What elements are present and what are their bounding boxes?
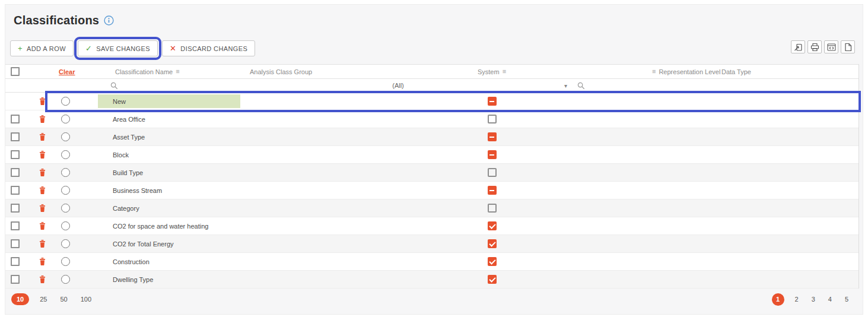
classification-name-cell[interactable]: CO2 for space and water heating bbox=[92, 217, 244, 235]
filter-all-dropdown[interactable]: (All) bbox=[351, 79, 446, 92]
page-1[interactable]: 1 bbox=[772, 293, 784, 306]
row-select-checkbox[interactable] bbox=[11, 132, 20, 141]
classification-name-cell[interactable]: CO2 for Total Energy bbox=[92, 235, 244, 252]
classification-name-cell[interactable]: New bbox=[92, 93, 244, 110]
row-select-checkbox[interactable] bbox=[11, 239, 20, 248]
row-radio-button[interactable] bbox=[61, 168, 70, 177]
row-select-checkbox[interactable] bbox=[11, 186, 20, 195]
page-size-25[interactable]: 25 bbox=[37, 294, 49, 304]
page-size-100[interactable]: 100 bbox=[78, 294, 94, 304]
discard-changes-button[interactable]: ✕ DISCARD CHANGES bbox=[162, 40, 255, 56]
column-header-representation-level[interactable]: ≡ Representation Level bbox=[640, 68, 717, 75]
delete-row-button[interactable] bbox=[39, 186, 46, 194]
system-checkbox[interactable] bbox=[488, 115, 497, 123]
row-radio-button[interactable] bbox=[61, 132, 70, 141]
column-header-data-type[interactable]: Data Type bbox=[717, 68, 783, 75]
analysis-class-group-cell[interactable] bbox=[244, 199, 344, 217]
add-row-button[interactable]: + ADD A ROW bbox=[10, 40, 74, 56]
system-checkbox[interactable] bbox=[488, 257, 497, 266]
system-checkbox[interactable] bbox=[488, 221, 497, 230]
classification-name-cell[interactable]: Category bbox=[92, 199, 244, 217]
header-filter-icon[interactable]: ≡ bbox=[176, 68, 179, 75]
row-select-checkbox[interactable] bbox=[11, 257, 20, 266]
page-5[interactable]: 5 bbox=[842, 294, 851, 304]
save-changes-button[interactable]: ✓ SAVE CHANGES bbox=[78, 40, 158, 56]
header-filter-icon[interactable]: ≡ bbox=[652, 68, 656, 75]
classification-name-cell[interactable]: Block bbox=[92, 146, 244, 163]
system-checkbox[interactable] bbox=[488, 132, 497, 141]
classification-name-cell[interactable]: Asset Type bbox=[92, 128, 244, 145]
page-4[interactable]: 4 bbox=[826, 294, 834, 304]
row-radio-button[interactable] bbox=[61, 239, 70, 248]
document-button[interactable] bbox=[841, 40, 855, 53]
analysis-class-group-cell[interactable] bbox=[244, 253, 344, 270]
row-select-checkbox[interactable] bbox=[11, 168, 20, 177]
delete-row-button[interactable] bbox=[39, 204, 46, 212]
page-size-10[interactable]: 10 bbox=[11, 293, 29, 305]
clear-link[interactable]: Clear bbox=[59, 68, 75, 75]
name-filter-input[interactable] bbox=[110, 79, 118, 92]
row-radio-button[interactable] bbox=[61, 150, 70, 159]
delete-row-button[interactable] bbox=[39, 151, 46, 159]
header-filter-icon[interactable]: ≡ bbox=[503, 68, 506, 75]
row-radio-button[interactable] bbox=[61, 257, 70, 266]
print-button[interactable] bbox=[807, 40, 822, 53]
delete-row-button[interactable] bbox=[39, 97, 46, 105]
dropdown-caret-icon[interactable]: ▾ bbox=[564, 79, 567, 92]
info-icon[interactable] bbox=[104, 15, 114, 26]
column-header-analysis-class-group[interactable]: Analysis Class Group bbox=[244, 68, 344, 75]
code-window-button[interactable] bbox=[824, 40, 838, 53]
row-select-checkbox[interactable] bbox=[11, 204, 20, 213]
row-select-checkbox[interactable] bbox=[11, 150, 20, 159]
row-radio-button[interactable] bbox=[61, 221, 70, 230]
system-checkbox[interactable] bbox=[488, 150, 497, 159]
system-checkbox[interactable] bbox=[488, 275, 497, 284]
row-radio-button[interactable] bbox=[61, 204, 70, 213]
analysis-class-group-cell[interactable] bbox=[244, 217, 344, 235]
classification-name-cell[interactable]: Dwelling Type bbox=[92, 271, 244, 288]
name-box: Asset Type bbox=[98, 130, 240, 144]
row-name: CO2 for Total Energy bbox=[113, 240, 174, 248]
analysis-class-group-cell[interactable] bbox=[244, 271, 344, 288]
system-filter-input[interactable] bbox=[577, 79, 585, 92]
export-button[interactable] bbox=[791, 40, 805, 53]
delete-row-button[interactable] bbox=[39, 240, 46, 248]
classification-name-cell[interactable]: Build Type bbox=[92, 164, 244, 181]
system-checkbox[interactable] bbox=[488, 97, 497, 106]
row-radio-button[interactable] bbox=[61, 115, 70, 123]
system-checkbox[interactable] bbox=[488, 239, 497, 248]
row-radio-button[interactable] bbox=[61, 97, 70, 106]
row-select-checkbox[interactable] bbox=[11, 221, 20, 230]
delete-row-button[interactable] bbox=[39, 275, 46, 283]
page-3[interactable]: 3 bbox=[809, 294, 818, 304]
analysis-class-group-cell[interactable] bbox=[244, 164, 344, 181]
row-radio-button[interactable] bbox=[61, 186, 70, 195]
classification-name-cell[interactable]: Business Stream bbox=[92, 182, 244, 199]
column-header-system[interactable]: System ≡ bbox=[344, 68, 640, 75]
delete-row-button[interactable] bbox=[39, 169, 46, 176]
system-checkbox[interactable] bbox=[488, 186, 497, 195]
page-2[interactable]: 2 bbox=[793, 294, 801, 304]
delete-row-button[interactable] bbox=[39, 115, 46, 123]
row-select-checkbox[interactable] bbox=[11, 275, 20, 284]
classification-name-cell[interactable]: Area Office bbox=[92, 110, 244, 128]
row-radio-button[interactable] bbox=[61, 275, 70, 284]
delete-row-button[interactable] bbox=[39, 133, 46, 141]
x-icon: ✕ bbox=[170, 45, 176, 52]
row-select-checkbox[interactable] bbox=[11, 115, 20, 123]
delete-row-button[interactable] bbox=[39, 258, 46, 265]
analysis-class-group-cell[interactable] bbox=[244, 128, 344, 145]
system-checkbox[interactable] bbox=[488, 204, 497, 213]
system-checkbox[interactable] bbox=[488, 168, 497, 177]
delete-row-button[interactable] bbox=[39, 222, 46, 230]
analysis-class-group-cell[interactable] bbox=[244, 93, 344, 110]
classification-name-cell[interactable]: Construction bbox=[92, 253, 244, 270]
analysis-class-group-cell[interactable] bbox=[244, 182, 344, 199]
analysis-class-group-cell[interactable] bbox=[244, 146, 344, 163]
column-header-classification-name[interactable]: Classification Name ≡ bbox=[92, 68, 244, 75]
row-name: Construction bbox=[113, 258, 150, 265]
select-all-checkbox[interactable] bbox=[11, 67, 20, 76]
analysis-class-group-cell[interactable] bbox=[244, 235, 344, 252]
analysis-class-group-cell[interactable] bbox=[244, 110, 344, 128]
page-size-50[interactable]: 50 bbox=[58, 294, 70, 304]
